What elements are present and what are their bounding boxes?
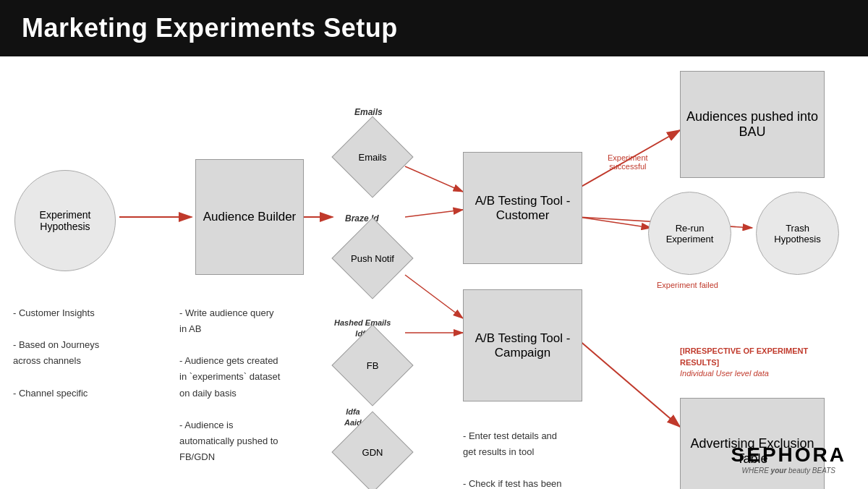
push-notif-label: Push Notif bbox=[351, 253, 394, 264]
rerun-label: Re-run Experiment bbox=[666, 223, 714, 244]
audience-builder-shape: Audience Builder bbox=[195, 159, 304, 275]
header-title: Marketing Experiments Setup bbox=[22, 13, 398, 43]
trash-label: Trash Hypothesis bbox=[774, 223, 820, 244]
hypothesis-bullets: - Customer Insights - Based on Journeys … bbox=[13, 289, 154, 401]
hypothesis-text: - Customer Insights - Based on Journeys … bbox=[13, 307, 99, 398]
individual-text: Individual User level data bbox=[680, 369, 769, 378]
audiences-bau-shape: Audiences pushed into BAU bbox=[680, 71, 825, 178]
experiment-hypothesis-label: Experiment Hypothesis bbox=[40, 209, 91, 232]
emails-diamond: Emails bbox=[340, 124, 405, 190]
gdn-label: GDN bbox=[362, 447, 383, 458]
emails-diamond-label: Emails bbox=[358, 152, 386, 163]
svg-line-5 bbox=[405, 275, 463, 318]
ab-testing-campaign-shape: A/B Testing Tool - Campaign bbox=[463, 289, 582, 401]
rerun-experiment-shape: Re-run Experiment bbox=[648, 192, 731, 275]
audiences-bau-label: Audiences pushed into BAU bbox=[681, 109, 824, 140]
emails-label-top: Emails bbox=[354, 107, 383, 117]
svg-line-4 bbox=[405, 210, 463, 217]
ab-testing-text: - Enter test details and get results in … bbox=[463, 430, 562, 489]
sephora-name: SEPHORA bbox=[731, 443, 846, 467]
fb-label: FB bbox=[367, 360, 379, 371]
individual-user-label: Individual User level data bbox=[680, 369, 769, 378]
experiment-failed-label: Experiment failed bbox=[657, 281, 718, 289]
ab-testing-customer-shape: A/B Testing Tool - Customer bbox=[463, 152, 582, 264]
exp-successful-text: Experiment successful bbox=[608, 153, 648, 171]
sephora-logo: SEPHORA WHERE your beauty BEATS bbox=[731, 443, 846, 475]
audience-builder-label: Audience Builder bbox=[203, 210, 297, 224]
fb-diamond: FB bbox=[340, 333, 405, 398]
irrespective-label: [IRRESPECTIVE OF EXPERIMENT RESULTS] bbox=[680, 333, 808, 369]
audience-builder-bullets: - Write audience query in AB - Audience … bbox=[179, 289, 324, 465]
gdn-diamond: GDN bbox=[340, 420, 405, 485]
audience-builder-text: - Write audience query in AB - Audience … bbox=[179, 307, 280, 462]
irrespective-text: [IRRESPECTIVE OF EXPERIMENT RESULTS] bbox=[680, 346, 808, 367]
experiment-successful-label: Experiment successful bbox=[608, 145, 648, 171]
ab-campaign-label: A/B Testing Tool - Campaign bbox=[464, 331, 582, 360]
exp-failed-text: Experiment failed bbox=[657, 281, 718, 289]
trash-hypothesis-shape: Trash Hypothesis bbox=[756, 192, 839, 275]
ab-testing-bullets: - Enter test details and get results in … bbox=[463, 412, 655, 489]
svg-line-3 bbox=[405, 166, 463, 192]
svg-line-8 bbox=[579, 217, 651, 228]
sephora-tagline: WHERE your beauty BEATS bbox=[731, 467, 846, 475]
page-title: Marketing Experiments Setup bbox=[0, 0, 868, 56]
ab-customer-label: A/B Testing Tool - Customer bbox=[464, 194, 582, 223]
emails-top-label: Emails bbox=[354, 107, 383, 117]
diagram-canvas: Experiment Hypothesis Audience Builder E… bbox=[0, 58, 868, 489]
push-notif-diamond: Push Notif bbox=[340, 226, 405, 291]
experiment-hypothesis-shape: Experiment Hypothesis bbox=[14, 170, 116, 271]
